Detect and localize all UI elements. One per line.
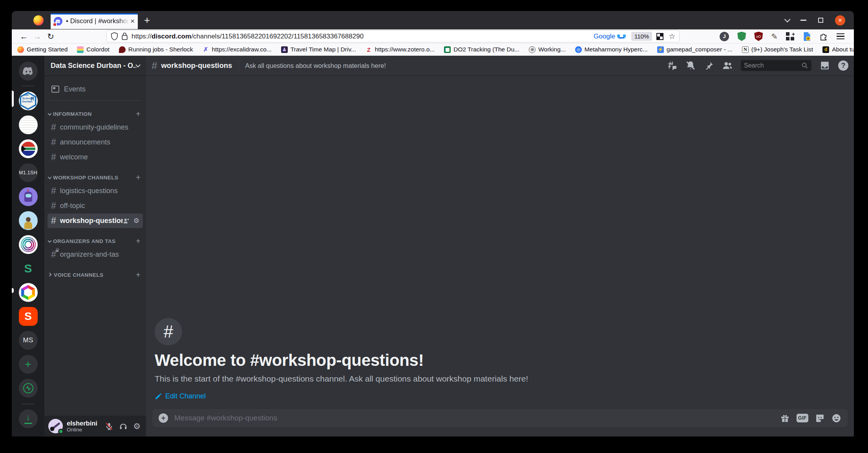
gift-icon[interactable] (780, 413, 790, 423)
category-workshop-channels[interactable]: WORKSHOP CHANNELS + (44, 172, 146, 183)
list-tabs-chevron-icon[interactable] (784, 16, 791, 23)
sticker-icon[interactable] (815, 413, 825, 423)
server-icon-rainbow-hexagon[interactable] (19, 283, 38, 302)
message-input-placeholder[interactable]: Message #workshop-questions (174, 414, 780, 422)
save-document-extension-icon[interactable] (803, 32, 811, 41)
category-information[interactable]: INFORMATION + (44, 108, 146, 120)
channel-logistics-questions[interactable]: # logistics-questions (48, 184, 143, 198)
inbox-icon[interactable] (820, 60, 830, 71)
close-window-button[interactable]: × (835, 15, 845, 26)
channel-off-topic[interactable]: # off-topic (48, 199, 143, 213)
zoom-level-badge[interactable]: 110% (631, 32, 652, 41)
bookmark-item[interactable]: N(9+) Joseph's Task List (742, 46, 813, 53)
search-box[interactable]: Search (741, 60, 811, 71)
bookmark-item[interactable]: ♟Travel Time Map | Driv... (281, 46, 356, 53)
edit-channel-gear-icon[interactable]: ⚙ (133, 217, 139, 225)
events-item[interactable]: Events (48, 82, 143, 97)
create-channel-button[interactable]: + (136, 270, 141, 279)
emoji-icon[interactable] (831, 413, 841, 423)
user-settings-gear-icon[interactable]: ⚙ (133, 422, 141, 431)
mic-muted-icon[interactable] (105, 422, 113, 431)
bookmark-item[interactable]: Zhttps://www.zotero.o... (365, 46, 435, 53)
browser-tab-active[interactable]: • Discord | #workshop-qu × (51, 13, 138, 29)
firefox-icon[interactable] (33, 15, 44, 26)
blocks-plus-extension-icon[interactable]: + (786, 32, 795, 41)
server-icon-wavy-lines[interactable] (19, 115, 38, 134)
bookmark-item[interactable]: Colordot (77, 46, 110, 53)
forward-button[interactable]: → (31, 32, 44, 41)
member-list-icon[interactable] (722, 60, 733, 71)
threads-icon[interactable] (667, 60, 677, 71)
create-channel-button[interactable]: + (136, 236, 141, 246)
sheets-favicon: ▦ (444, 46, 451, 53)
user-status: Online (67, 427, 105, 433)
server-icon-spiral[interactable] (19, 235, 38, 254)
rail-divider (22, 86, 35, 86)
url-bar[interactable]: https://discord.com/channels/11581365822… (106, 30, 680, 42)
back-button[interactable]: ← (17, 32, 31, 41)
lock-icon[interactable] (121, 32, 128, 40)
help-icon[interactable]: ? (838, 60, 848, 71)
edit-channel-link[interactable]: Edit Channel (155, 392, 845, 400)
attach-file-plus-icon[interactable]: + (159, 413, 168, 423)
pin-icon[interactable] (704, 60, 714, 71)
new-tab-button[interactable]: + (144, 14, 150, 26)
channel-welcome[interactable]: # welcome (48, 150, 143, 164)
server-icon-green-s[interactable]: S (19, 259, 38, 278)
channel-announcements[interactable]: # announcements (48, 135, 143, 150)
minimize-button[interactable] (800, 20, 806, 20)
user-avatar[interactable] (48, 419, 63, 433)
pen-extension-icon[interactable]: ✎ (771, 32, 778, 41)
bookmark-star-icon[interactable]: ☆ (669, 32, 675, 41)
gif-picker-icon[interactable]: GIF (797, 414, 808, 422)
bookmark-item[interactable]: dAbout tutorials - Diáta... (822, 46, 854, 53)
create-channel-button[interactable]: + (136, 109, 141, 119)
green-shield-extension-icon[interactable] (737, 32, 746, 41)
bookmark-item[interactable]: Getting Started (17, 46, 68, 53)
add-server-button[interactable]: + (19, 355, 38, 374)
tab-close-icon[interactable]: × (130, 17, 135, 26)
download-apps-button[interactable] (19, 409, 38, 428)
zotero-favicon: Z (365, 46, 372, 53)
user-meta[interactable]: elsherbini Online (67, 420, 105, 433)
server-icon-svelte[interactable]: S (19, 307, 38, 326)
bookmark-item[interactable]: ✗https://excalidraw.co... (202, 46, 272, 53)
menu-hamburger-icon[interactable] (837, 32, 844, 41)
explore-servers-button[interactable] (19, 379, 38, 398)
headphones-icon[interactable] (119, 422, 128, 431)
channel-topic[interactable]: Ask all questions about workshop materia… (245, 62, 660, 69)
ublock-extension-icon[interactable]: uO (754, 32, 763, 41)
server-icon-south-africa[interactable] (19, 139, 38, 158)
server-icon-ms[interactable]: MS (19, 331, 38, 350)
server-header[interactable]: Data Science Durban - O... (44, 56, 146, 76)
server-name: Data Science Durban - O... (51, 62, 136, 70)
bookmark-item[interactable]: ⚡gamepad_composer - ... (657, 46, 733, 53)
server-icon-m1ish[interactable]: M1.1SH (19, 163, 38, 182)
bookmark-item[interactable]: ⊕Working... (529, 46, 566, 53)
server-icon-waving-person[interactable] (19, 211, 38, 230)
account-avatar-icon[interactable]: J (720, 32, 729, 41)
notifications-muted-bell-icon[interactable] (685, 60, 696, 71)
message-composer[interactable]: + Message #workshop-questions GIF (152, 409, 848, 427)
channel-workshop-questions-selected[interactable]: # workshop-questions ⚙ (48, 214, 143, 228)
create-channel-button[interactable]: + (136, 173, 141, 182)
channel-title: workshop-questions (161, 61, 232, 70)
grid-icon[interactable] (657, 33, 663, 40)
bookmark-item[interactable]: ▦DO2 Tracking (The Du... (444, 46, 519, 53)
excalidraw-favicon: ✗ (202, 46, 209, 53)
channel-community-guidelines[interactable]: # community-guidelines (48, 120, 143, 135)
bookmark-item[interactable]: Running jobs - Sherlock (119, 46, 193, 53)
bookmark-item[interactable]: ◎Metaharmony Hyperc... (575, 46, 648, 53)
hash-icon: # (51, 186, 56, 196)
category-organizers-and-tas[interactable]: ORGANIZERS AND TAS + (44, 235, 146, 247)
server-icon-among-us[interactable] (19, 187, 38, 206)
tracking-shield-icon[interactable] (111, 32, 118, 40)
reload-button[interactable]: ↻ (44, 32, 57, 41)
maximize-button[interactable] (818, 18, 823, 23)
category-voice-channels[interactable]: VOICE CHANNELS + (44, 269, 146, 281)
extensions-puzzle-icon[interactable] (819, 32, 828, 41)
server-icon-data-science-durban[interactable]: DataScienceDurbanR (19, 91, 38, 110)
channel-organizers-and-tas[interactable]: # organizers-and-tas (48, 247, 143, 262)
invite-people-icon[interactable] (123, 217, 130, 225)
discord-home-button[interactable] (19, 62, 38, 80)
